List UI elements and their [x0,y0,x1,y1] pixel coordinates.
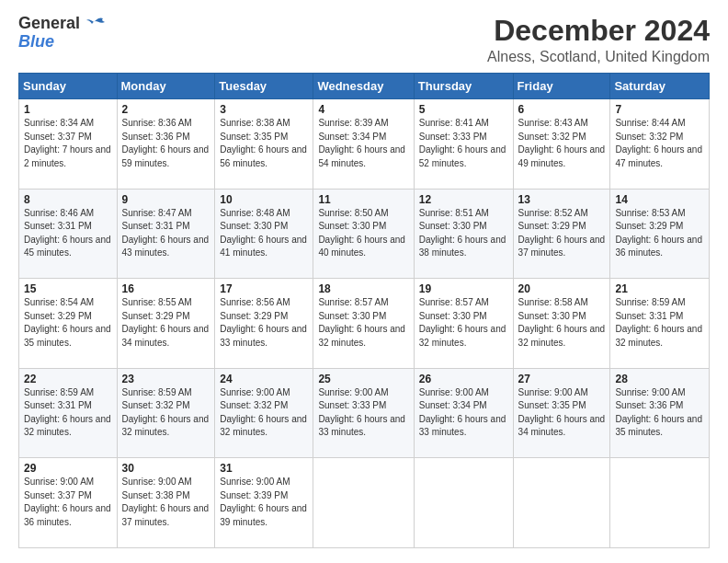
day-info: Sunrise: 9:00 AMSunset: 3:36 PMDaylight:… [615,387,702,438]
day-number: 7 [615,103,704,116]
header-day-monday: Monday [117,74,215,99]
calendar-cell: 6 Sunrise: 8:43 AMSunset: 3:32 PMDayligh… [513,99,610,190]
logo-bird-icon [86,17,105,31]
title-area: December 2024 Alness, Scotland, United K… [487,15,710,65]
day-info: Sunrise: 8:59 AMSunset: 3:31 PMDaylight:… [24,387,111,438]
day-info: Sunrise: 8:52 AMSunset: 3:29 PMDaylight:… [518,208,606,259]
calendar-cell: 4 Sunrise: 8:39 AMSunset: 3:34 PMDayligh… [313,99,414,190]
week-row-4: 22 Sunrise: 8:59 AMSunset: 3:31 PMDaylig… [19,368,710,458]
calendar-cell: 7 Sunrise: 8:44 AMSunset: 3:32 PMDayligh… [610,99,710,190]
calendar-cell: 18 Sunrise: 8:57 AMSunset: 3:30 PMDaylig… [313,279,414,369]
day-number: 24 [220,373,308,385]
day-info: Sunrise: 8:55 AMSunset: 3:29 PMDaylight:… [122,297,210,348]
day-number: 5 [419,103,508,116]
calendar-cell: 20 Sunrise: 8:58 AMSunset: 3:30 PMDaylig… [513,279,610,369]
calendar-cell [414,458,513,548]
day-number: 16 [122,282,210,295]
day-info: Sunrise: 9:00 AMSunset: 3:35 PMDaylight:… [518,387,606,438]
day-number: 17 [220,282,308,295]
logo-general: General [18,15,105,33]
month-title: December 2024 [487,15,710,47]
day-number: 28 [615,373,704,385]
calendar-page: General Blue December 2024 Alness, Scotl… [0,0,728,563]
calendar-cell [313,458,414,548]
day-number: 8 [24,193,112,206]
day-number: 27 [518,373,606,385]
calendar-table: SundayMondayTuesdayWednesdayThursdayFrid… [18,73,710,548]
day-number: 22 [24,373,112,385]
day-number: 14 [615,193,704,206]
day-number: 29 [24,462,112,475]
day-number: 1 [24,103,112,116]
calendar-cell: 1 Sunrise: 8:34 AMSunset: 3:37 PMDayligh… [19,99,118,190]
calendar-cell: 14 Sunrise: 8:53 AMSunset: 3:29 PMDaylig… [610,189,710,279]
day-info: Sunrise: 8:59 AMSunset: 3:32 PMDaylight:… [122,387,210,438]
day-number: 13 [518,193,606,206]
day-info: Sunrise: 8:39 AMSunset: 3:34 PMDaylight:… [318,118,405,168]
calendar-cell: 19 Sunrise: 8:57 AMSunset: 3:30 PMDaylig… [414,279,513,369]
day-info: Sunrise: 8:36 AMSunset: 3:36 PMDaylight:… [122,118,210,168]
week-row-5: 29 Sunrise: 9:00 AMSunset: 3:37 PMDaylig… [19,458,710,548]
header-row: SundayMondayTuesdayWednesdayThursdayFrid… [19,74,710,99]
day-info: Sunrise: 8:43 AMSunset: 3:32 PMDaylight:… [518,118,606,168]
week-row-3: 15 Sunrise: 8:54 AMSunset: 3:29 PMDaylig… [19,279,710,369]
header-day-tuesday: Tuesday [215,74,313,99]
calendar-cell: 23 Sunrise: 8:59 AMSunset: 3:32 PMDaylig… [117,368,215,458]
header-day-wednesday: Wednesday [313,74,414,99]
calendar-cell: 26 Sunrise: 9:00 AMSunset: 3:34 PMDaylig… [414,368,513,458]
day-number: 6 [518,103,606,116]
day-info: Sunrise: 8:44 AMSunset: 3:32 PMDaylight:… [615,118,702,168]
calendar-cell: 27 Sunrise: 9:00 AMSunset: 3:35 PMDaylig… [513,368,610,458]
day-number: 15 [24,282,112,295]
day-info: Sunrise: 8:56 AMSunset: 3:29 PMDaylight:… [220,297,307,348]
calendar-cell: 24 Sunrise: 9:00 AMSunset: 3:32 PMDaylig… [215,368,313,458]
day-number: 21 [615,282,704,295]
week-row-2: 8 Sunrise: 8:46 AMSunset: 3:31 PMDayligh… [19,189,710,279]
logo-blue: Blue [18,33,54,52]
calendar-cell: 29 Sunrise: 9:00 AMSunset: 3:37 PMDaylig… [19,458,118,548]
day-number: 11 [318,193,408,206]
location: Alness, Scotland, United Kingdom [487,49,710,65]
day-number: 10 [220,193,308,206]
logo: General Blue [18,15,105,52]
day-info: Sunrise: 9:00 AMSunset: 3:38 PMDaylight:… [122,477,210,527]
day-info: Sunrise: 8:41 AMSunset: 3:33 PMDaylight:… [419,118,506,168]
calendar-cell: 11 Sunrise: 8:50 AMSunset: 3:30 PMDaylig… [313,189,414,279]
day-info: Sunrise: 9:00 AMSunset: 3:39 PMDaylight:… [220,477,307,527]
calendar-cell [513,458,610,548]
calendar-cell: 3 Sunrise: 8:38 AMSunset: 3:35 PMDayligh… [215,99,313,190]
calendar-cell: 10 Sunrise: 8:48 AMSunset: 3:30 PMDaylig… [215,189,313,279]
header-day-sunday: Sunday [19,74,118,99]
calendar-cell: 17 Sunrise: 8:56 AMSunset: 3:29 PMDaylig… [215,279,313,369]
day-number: 3 [220,103,308,116]
day-info: Sunrise: 8:47 AMSunset: 3:31 PMDaylight:… [122,208,210,259]
calendar-cell: 15 Sunrise: 8:54 AMSunset: 3:29 PMDaylig… [19,279,118,369]
day-info: Sunrise: 8:57 AMSunset: 3:30 PMDaylight:… [419,297,506,348]
day-info: Sunrise: 8:59 AMSunset: 3:31 PMDaylight:… [615,297,702,348]
day-info: Sunrise: 8:54 AMSunset: 3:29 PMDaylight:… [24,297,111,348]
calendar-cell: 30 Sunrise: 9:00 AMSunset: 3:38 PMDaylig… [117,458,215,548]
day-info: Sunrise: 9:00 AMSunset: 3:34 PMDaylight:… [419,387,506,438]
day-number: 30 [122,462,210,475]
day-info: Sunrise: 8:58 AMSunset: 3:30 PMDaylight:… [518,297,606,348]
calendar-cell: 13 Sunrise: 8:52 AMSunset: 3:29 PMDaylig… [513,189,610,279]
day-number: 12 [419,193,508,206]
day-number: 2 [122,103,210,116]
day-number: 9 [122,193,210,206]
day-info: Sunrise: 8:50 AMSunset: 3:30 PMDaylight:… [318,208,405,259]
day-number: 26 [419,373,508,385]
header-day-saturday: Saturday [610,74,710,99]
day-info: Sunrise: 9:00 AMSunset: 3:32 PMDaylight:… [220,387,307,438]
day-info: Sunrise: 8:48 AMSunset: 3:30 PMDaylight:… [220,208,307,259]
calendar-cell [610,458,710,548]
day-number: 19 [419,282,508,295]
day-info: Sunrise: 9:00 AMSunset: 3:33 PMDaylight:… [318,387,405,438]
day-number: 31 [220,462,308,475]
calendar-cell: 2 Sunrise: 8:36 AMSunset: 3:36 PMDayligh… [117,99,215,190]
day-number: 18 [318,282,408,295]
calendar-cell: 5 Sunrise: 8:41 AMSunset: 3:33 PMDayligh… [414,99,513,190]
day-info: Sunrise: 8:34 AMSunset: 3:37 PMDaylight:… [24,118,111,168]
header-day-friday: Friday [513,74,610,99]
calendar-cell: 31 Sunrise: 9:00 AMSunset: 3:39 PMDaylig… [215,458,313,548]
day-number: 20 [518,282,606,295]
